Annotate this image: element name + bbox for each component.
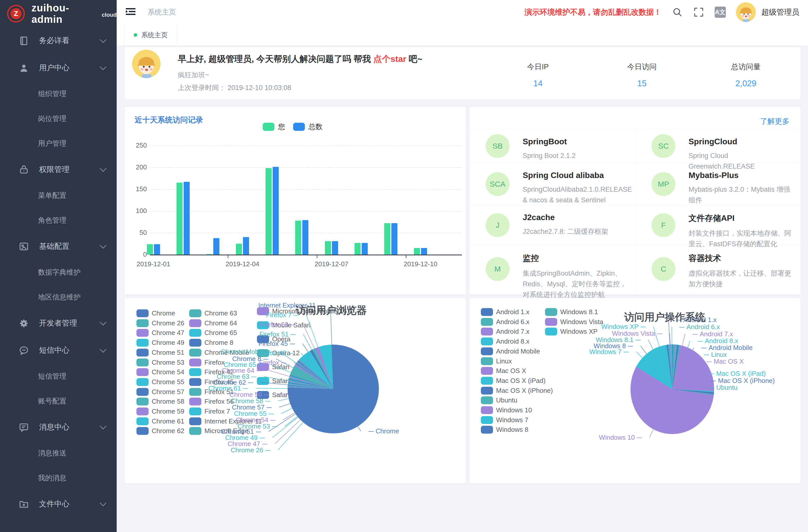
stat-value[interactable]: 2,029 <box>713 79 779 88</box>
bar-总数-2019-12-07[interactable] <box>332 241 338 255</box>
legend-item-Chrome 58[interactable]: Chrome 58 <box>136 398 184 405</box>
bar-总数-2019-12-09[interactable] <box>391 223 398 255</box>
legend-item-Chrome 49[interactable]: Chrome 49 <box>136 339 184 347</box>
user-name[interactable]: 超级管理员 <box>761 7 800 18</box>
bar-legend-总数[interactable]: 总数 <box>293 122 323 132</box>
legend-item-Android 8.x[interactable]: Android 8.x <box>481 337 530 345</box>
legend-item-Chrome 64[interactable]: Chrome 64 <box>189 319 237 327</box>
tech-card-SpringCloud[interactable]: SCSpringCloudSpring Cloud Greenwich.RELE… <box>635 129 801 163</box>
tech-card-SpringBoot[interactable]: SBSpringBootSpring Boot 2.1.2 <box>470 129 635 163</box>
legend-item-Chrome 59[interactable]: Chrome 59 <box>136 407 184 415</box>
sidebar-item-3[interactable]: 岗位管理 <box>0 106 117 131</box>
legend-item-Android 6.x[interactable]: Android 6.x <box>481 318 530 326</box>
legend-item-Android 7.x[interactable]: Android 7.x <box>481 328 530 335</box>
sidebar-item-9[interactable]: 数据字典维护 <box>0 260 117 285</box>
bar-您-2019-12-06[interactable] <box>295 221 301 255</box>
访问用户操作系统-pie[interactable] <box>630 344 714 434</box>
user-avatar[interactable] <box>736 2 756 22</box>
bar-总数-2019-12-06[interactable] <box>302 220 308 255</box>
tech-card-Spring Cloud alibaba[interactable]: SCASpring Cloud alibabaSpringCloudAlibab… <box>470 163 635 205</box>
sidebar-item-7[interactable]: 角色管理 <box>0 208 117 233</box>
legend-item-Windows Vista[interactable]: Windows Vista <box>545 318 603 326</box>
legend-item-Windows 10[interactable]: Windows 10 <box>481 406 532 414</box>
legend-item-Mac OS X (iPhone)[interactable]: Mac OS X (iPhone) <box>481 387 553 395</box>
bar-总数-2019-12-05[interactable] <box>273 167 279 255</box>
legend-item-Chrome[interactable]: Chrome <box>136 309 175 317</box>
legend-item-Chrome 65[interactable]: Chrome 65 <box>189 329 237 337</box>
sidebar-item-11[interactable]: 开发者管理 <box>0 310 117 337</box>
legend-item-Chrome 51[interactable]: Chrome 51 <box>136 349 184 356</box>
访问用户浏览器-pie[interactable] <box>288 345 379 433</box>
tab-home[interactable]: 系统主页 <box>124 24 177 45</box>
legend-item-Firefox 7[interactable]: Firefox 7 <box>189 407 230 415</box>
tech-card-J2cache[interactable]: JJ2cacheJ2cache2.7.8: 二级缓存框架 <box>470 205 635 245</box>
bar-您-2019-12-03[interactable] <box>206 254 212 255</box>
bar-legend-您[interactable]: 您 <box>263 122 285 132</box>
legend-item-Windows 7[interactable]: Windows 7 <box>481 416 528 424</box>
legend-item-Firefox 56[interactable]: Firefox 56 <box>189 398 234 405</box>
sidebar-item-0[interactable]: 务必详看 <box>0 27 117 54</box>
collapse-menu-icon[interactable] <box>125 7 136 18</box>
bar-您-2019-12-08[interactable] <box>354 243 361 255</box>
sidebar-item-5[interactable]: 权限管理 <box>0 156 117 183</box>
tech-card-监控[interactable]: M监控集成SpringBootAdmin、Zipkin、Redis、Mysql、… <box>470 245 635 293</box>
legend-item-Chrome 26[interactable]: Chrome 26 <box>136 319 184 327</box>
stat-value[interactable]: 15 <box>609 79 675 88</box>
bar-您-2019-12-09[interactable] <box>384 223 390 255</box>
sidebar-item-15[interactable]: 消息中心 <box>0 414 117 441</box>
legend-item-Mac OS X[interactable]: Mac OS X <box>481 367 526 375</box>
legend-item-Windows 8[interactable]: Windows 8 <box>481 426 528 434</box>
sidebar-item-4[interactable]: 用户管理 <box>0 131 117 156</box>
legend-item-Chrome 47[interactable]: Chrome 47 <box>136 329 184 337</box>
legend-item-Chrome 63[interactable]: Chrome 63 <box>189 309 237 317</box>
sidebar-item-13[interactable]: 短信管理 <box>0 364 117 389</box>
bar-总数-2019-12-01[interactable] <box>154 244 160 255</box>
bar-您-2019-12-05[interactable] <box>265 168 272 255</box>
legend-item-Chrome 55[interactable]: Chrome 55 <box>136 378 184 386</box>
sidebar-item-12[interactable]: 短信中心 <box>0 337 117 364</box>
sidebar-item-18[interactable]: 文件中心 <box>0 491 117 517</box>
legend-item-Firefox[interactable]: Firefox <box>189 359 224 366</box>
bar-您-2019-12-07[interactable] <box>325 241 331 255</box>
bar-总数-2019-12-03[interactable] <box>213 238 219 255</box>
bar-您-2019-12-04[interactable] <box>236 244 242 255</box>
sidebar-item-2[interactable]: 组织管理 <box>0 81 117 106</box>
search-icon[interactable] <box>672 7 683 18</box>
legend-item-Android Mobile[interactable]: Android Mobile <box>481 347 540 355</box>
legend-item-Mac OS X (iPad)[interactable]: Mac OS X (iPad) <box>481 377 546 385</box>
breadcrumb[interactable]: 系统主页 <box>148 7 176 17</box>
legend-item-Chrome 62[interactable]: Chrome 62 <box>136 427 184 435</box>
fullscreen-icon[interactable] <box>693 7 704 18</box>
sidebar-item-6[interactable]: 菜单配置 <box>0 183 117 208</box>
legend-item-Windows 8.1[interactable]: Windows 8.1 <box>545 308 598 316</box>
bar-您-2019-12-02[interactable] <box>177 183 183 255</box>
bar-总数-2019-12-10[interactable] <box>421 248 427 255</box>
legend-item-Chrome 54[interactable]: Chrome 54 <box>136 368 184 376</box>
sidebar-item-1[interactable]: 用户中心 <box>0 54 117 81</box>
sidebar-item-8[interactable]: 基础配置 <box>0 233 117 260</box>
language-switch-icon[interactable]: A文 <box>715 6 726 18</box>
legend-item-Chrome 8[interactable]: Chrome 8 <box>189 339 233 347</box>
sidebar-item-17[interactable]: 我的消息 <box>0 465 117 491</box>
bar-您-2019-12-10[interactable] <box>414 248 420 255</box>
star-link[interactable]: 点个star <box>373 54 406 63</box>
legend-item-Windows XP[interactable]: Windows XP <box>545 328 598 335</box>
legend-item-Chrome 53[interactable]: Chrome 53 <box>136 359 184 366</box>
tech-card-Mybatis-Plus[interactable]: MPMybatis-PlusMybatis-plus 3.2.0：Mybatis… <box>635 163 801 205</box>
stat-value[interactable]: 14 <box>505 79 571 88</box>
legend-item-Chrome 61[interactable]: Chrome 61 <box>136 417 184 425</box>
legend-item-Android 1.x[interactable]: Android 1.x <box>481 308 530 316</box>
bar-总数-2019-12-04[interactable] <box>243 237 249 255</box>
legend-item-Linux[interactable]: Linux <box>481 357 512 365</box>
sidebar-item-10[interactable]: 地区信息维护 <box>0 285 117 310</box>
legend-item-Chrome 57[interactable]: Chrome 57 <box>136 388 184 396</box>
bar-总数-2019-12-08[interactable] <box>362 243 368 255</box>
learn-more-link[interactable]: 了解更多 <box>760 116 789 127</box>
app-logo[interactable]: Z zuihou-admin cloud <box>0 0 117 27</box>
tech-card-文件存储API[interactable]: F文件存储API封装文件接口，实现本地存储、阿里云、FastDFS存储的配置化 <box>635 205 801 245</box>
sidebar-item-16[interactable]: 消息推送 <box>0 441 117 465</box>
bar-总数-2019-12-02[interactable] <box>184 182 190 255</box>
sidebar-item-14[interactable]: 账号配置 <box>0 389 117 414</box>
tech-card-容器技术[interactable]: C容器技术虚拟化容器技术，让迁移、部署更加方便快捷 <box>635 245 801 293</box>
bar-您-2019-12-01[interactable] <box>147 244 153 255</box>
